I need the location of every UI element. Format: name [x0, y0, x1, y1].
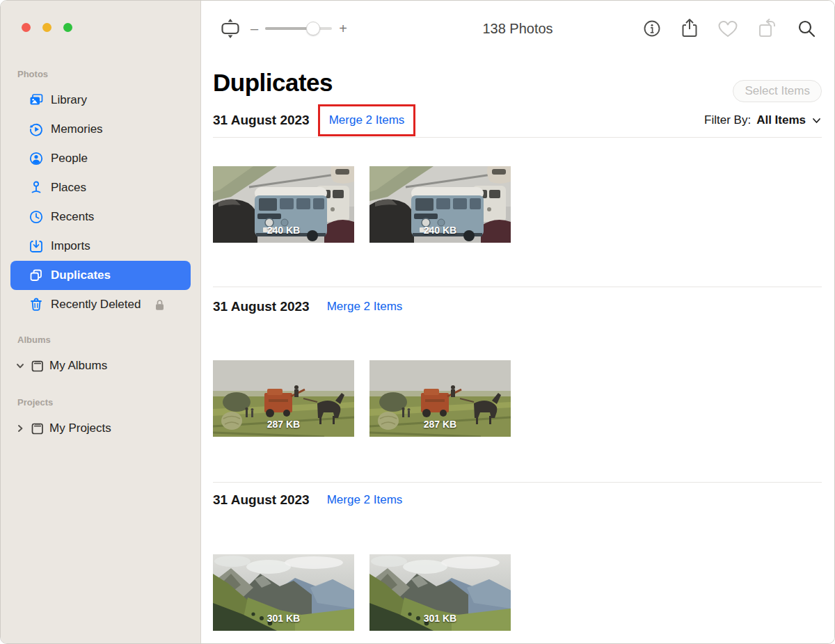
- photo-thumbnail[interactable]: 287 KB: [369, 360, 511, 437]
- sidebar-item-my-albums[interactable]: My Albums: [10, 351, 191, 380]
- minimize-window-button[interactable]: [42, 23, 51, 32]
- sidebar-item-label: People: [51, 152, 88, 166]
- zoom-window-button[interactable]: [63, 23, 72, 32]
- group-date: 31 August 2023: [213, 492, 310, 508]
- merge-items-link[interactable]: Merge 2 Items: [329, 113, 405, 127]
- memories-icon: [29, 122, 44, 137]
- chevron-down-icon[interactable]: [15, 360, 26, 371]
- sidebar: Photos Library Memories: [1, 1, 201, 643]
- sidebar-item-label: Duplicates: [51, 268, 111, 282]
- file-size-badge: 301 KB: [369, 613, 511, 624]
- photo-thumbnail[interactable]: 301 KB: [213, 554, 354, 631]
- select-items-button[interactable]: Select Items: [733, 80, 822, 102]
- sidebar-item-recently-deleted[interactable]: Recently Deleted: [10, 290, 191, 319]
- rotate-icon[interactable]: [757, 18, 778, 39]
- share-icon[interactable]: [681, 18, 699, 39]
- trash-icon: [29, 297, 44, 312]
- group-date: 31 August 2023: [213, 299, 310, 314]
- recents-icon: [29, 209, 44, 225]
- album-icon: [30, 358, 45, 373]
- sidebar-section-photos: Photos: [1, 69, 200, 80]
- album-icon: [30, 421, 45, 436]
- file-size-badge: 301 KB: [213, 613, 354, 624]
- group-divider: [213, 137, 822, 138]
- photo-thumbnail[interactable]: 240 KB: [369, 166, 511, 243]
- sidebar-section-albums: Albums: [1, 335, 200, 346]
- filter-by-label: Filter By:: [704, 113, 751, 127]
- toolbar: – + 138 Photos: [201, 1, 834, 56]
- search-icon[interactable]: [797, 19, 816, 38]
- file-size-badge: 287 KB: [369, 419, 511, 430]
- screenshot-stage: Photos Library Memories: [0, 0, 835, 644]
- sidebar-item-label: Imports: [51, 239, 90, 253]
- sidebar-section-projects: Projects: [1, 397, 200, 408]
- page-title: Duplicates: [213, 67, 822, 98]
- annotation-box: Merge 2 Items: [318, 104, 416, 136]
- lock-icon: [154, 299, 165, 311]
- sidebar-item-label: Recently Deleted: [51, 298, 141, 312]
- sidebar-item-memories[interactable]: Memories: [10, 115, 191, 144]
- group-date: 31 August 2023: [213, 113, 310, 128]
- file-size-badge: 287 KB: [213, 419, 354, 430]
- sidebar-item-label: My Albums: [49, 359, 107, 373]
- photo-thumbnail[interactable]: 301 KB: [369, 554, 511, 631]
- duplicate-photo-row: 240 KB 240 KB: [213, 166, 822, 243]
- file-size-badge: 240 KB: [213, 225, 354, 236]
- chevron-right-icon[interactable]: [15, 423, 26, 434]
- file-size-badge: 240 KB: [369, 225, 511, 236]
- people-icon: [29, 151, 44, 166]
- sidebar-item-people[interactable]: People: [10, 144, 191, 173]
- photo-thumbnail[interactable]: 240 KB: [213, 166, 354, 243]
- sidebar-item-library[interactable]: Library: [10, 86, 191, 115]
- duplicates-page: Duplicates Select Items 31 August 2023 M…: [201, 67, 834, 631]
- photos-app-window: Photos Library Memories: [0, 0, 835, 644]
- merge-items-link[interactable]: Merge 2 Items: [327, 493, 403, 507]
- sidebar-item-imports[interactable]: Imports: [10, 232, 191, 261]
- close-window-button[interactable]: [22, 23, 31, 32]
- library-icon: [29, 92, 44, 108]
- sidebar-item-recents[interactable]: Recents: [10, 202, 191, 232]
- filter-by-value: All Items: [756, 113, 806, 127]
- places-icon: [29, 180, 44, 195]
- duplicates-icon: [29, 268, 44, 283]
- imports-icon: [29, 239, 44, 254]
- duplicate-photo-row: 287 KB 287 KB: [213, 360, 822, 437]
- sidebar-item-duplicates[interactable]: Duplicates: [10, 261, 191, 290]
- window-controls: [22, 23, 72, 32]
- sidebar-item-label: My Projects: [49, 421, 111, 435]
- duplicate-photo-row: 301 KB 301 KB: [213, 554, 822, 631]
- sidebar-item-places[interactable]: Places: [10, 173, 191, 202]
- duplicate-group-header: 31 August 2023 Merge 2 Items: [213, 492, 822, 508]
- sidebar-item-label: Recents: [51, 210, 94, 224]
- sidebar-item-my-projects[interactable]: My Projects: [10, 414, 191, 443]
- sidebar-item-label: Memories: [51, 122, 103, 136]
- info-icon[interactable]: [642, 19, 662, 38]
- group-divider: [213, 287, 822, 287]
- main-content: – + 138 Photos: [201, 1, 834, 643]
- duplicate-group-header: 31 August 2023 Merge 2 Items Filter By: …: [213, 104, 822, 137]
- sidebar-item-label: Library: [51, 93, 87, 107]
- chevron-down-icon: [811, 115, 822, 126]
- sidebar-item-label: Places: [51, 181, 86, 195]
- filter-by-dropdown[interactable]: Filter By: All Items: [704, 113, 822, 127]
- heart-icon[interactable]: [717, 19, 738, 38]
- photo-thumbnail[interactable]: 287 KB: [213, 360, 354, 437]
- duplicate-group-header: 31 August 2023 Merge 2 Items: [213, 299, 822, 314]
- merge-items-link[interactable]: Merge 2 Items: [327, 300, 403, 314]
- group-divider: [213, 482, 822, 483]
